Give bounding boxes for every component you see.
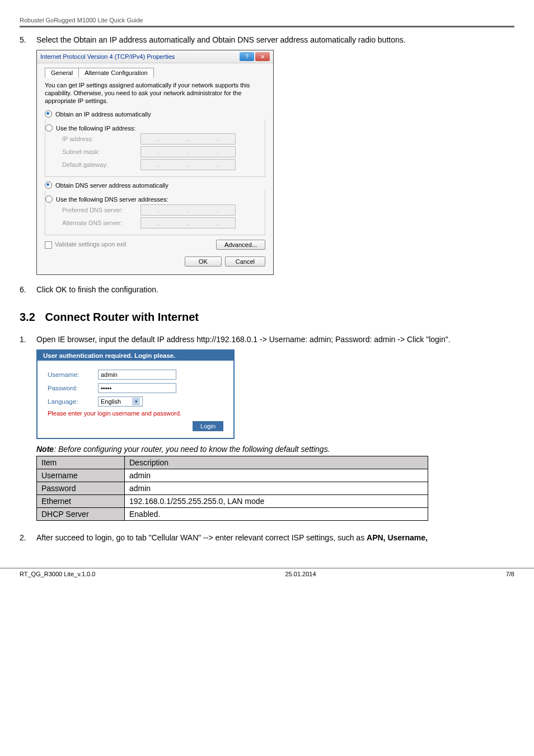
ipv4-properties-dialog: Internet Protocol Version 4 (TCP/IPv4) P…	[36, 50, 274, 275]
field-alternate-dns: Alternate DNS server: ...	[62, 217, 260, 228]
chevron-down-icon: ▾	[132, 398, 140, 405]
cell-key: DHCP Server	[37, 508, 125, 521]
language-value: English	[101, 398, 121, 405]
step-5: 5. Select the Obtain an IP address autom…	[20, 35, 514, 44]
radio-label: Use the following IP address:	[56, 125, 135, 132]
ip-address-input: ...	[140, 133, 236, 144]
radio-label: Obtain an IP address automatically	[55, 111, 151, 118]
validate-label: Validate settings upon exit	[55, 241, 127, 248]
table-row: Password admin	[37, 482, 428, 495]
field-default-gateway: Default gateway: ...	[62, 159, 260, 170]
language-label: Language:	[48, 398, 98, 405]
table-row: Ethernet 192.168.0.1/255.255.255.0, LAN …	[37, 495, 428, 508]
step-6-number: 6.	[20, 285, 27, 294]
preferred-dns-input: ...	[140, 204, 236, 216]
step-1-text: Open IE browser, input the default IP ad…	[36, 335, 451, 344]
preferred-dns-label: Preferred DNS server:	[62, 207, 140, 213]
section-title: Connect Router with Internet	[45, 311, 199, 323]
footer-mid: 25.01.2014	[285, 571, 316, 577]
radio-obtain-dns-auto[interactable]: Obtain DNS server address automatically	[45, 181, 265, 189]
radio-obtain-ip-auto[interactable]: Obtain an IP address automatically	[45, 110, 265, 118]
step-2: 2. After succeed to login, go to tab "Ce…	[20, 533, 514, 542]
help-icon[interactable]: ?	[240, 52, 254, 61]
step-2-number: 2.	[20, 533, 27, 542]
step-5-text: Select the Obtain an IP address automati…	[36, 35, 406, 44]
default-gateway-label: Default gateway:	[62, 161, 140, 168]
username-label: Username:	[48, 371, 98, 378]
section-3-2-heading: 3.2 Connect Router with Internet	[20, 311, 514, 324]
cell-key: Username	[37, 469, 125, 482]
password-label: Password:	[48, 385, 98, 391]
cell-value: admin	[125, 469, 428, 482]
footer-right: 7/8	[506, 571, 514, 577]
table-row: DHCP Server Enabled.	[37, 508, 428, 521]
login-button[interactable]: Login	[193, 421, 223, 431]
footer-left: RT_QG_R3000 Lite_v.1.0.0	[20, 571, 95, 577]
login-dialog: User authentication required. Login plea…	[36, 349, 235, 439]
radio-icon	[45, 181, 52, 189]
dialog-titlebar: Internet Protocol Version 4 (TCP/IPv4) P…	[37, 50, 273, 63]
login-title: User authentication required. Login plea…	[38, 351, 233, 361]
radio-label: Obtain DNS server address automatically	[55, 182, 168, 189]
field-ip-address: IP address: ...	[62, 133, 260, 144]
th-item: Item	[37, 456, 125, 469]
radio-use-following-dns[interactable]: Use the following DNS server addresses:	[45, 195, 260, 203]
validate-checkbox-row[interactable]: Validate settings upon exit	[45, 241, 127, 249]
checkbox-icon	[45, 241, 52, 249]
field-subnet-mask: Subnet mask: ...	[62, 146, 260, 157]
cell-value: admin	[125, 482, 428, 495]
cell-key: Ethernet	[37, 495, 125, 508]
username-input[interactable]: admin	[98, 370, 176, 380]
dialog-intro-text: You can get IP settings assigned automat…	[45, 82, 265, 105]
password-input[interactable]: •••••	[98, 383, 176, 393]
step-1: 1. Open IE browser, input the default IP…	[20, 335, 514, 344]
step-1-number: 1.	[20, 335, 27, 344]
table-row: Username admin	[37, 469, 428, 482]
radio-label: Use the following DNS server addresses:	[56, 196, 168, 203]
default-settings-table: Item Description Username admin Password…	[36, 456, 428, 521]
cancel-button[interactable]: Cancel	[225, 256, 265, 267]
tab-alternate-configuration[interactable]: Alternate Configuration	[78, 68, 154, 77]
language-select[interactable]: English ▾	[98, 396, 143, 407]
login-message: Please enter your login username and pas…	[48, 410, 223, 417]
section-number: 3.2	[20, 311, 42, 324]
th-description: Description	[125, 456, 428, 469]
cell-value: Enabled.	[125, 508, 428, 521]
radio-icon	[45, 195, 53, 203]
radio-icon	[45, 110, 52, 118]
cell-value: 192.168.0.1/255.255.255.0, LAN mode	[125, 495, 428, 508]
advanced-button[interactable]: Advanced...	[216, 240, 265, 250]
step-2-text: After succeed to login, go to tab "Cellu…	[36, 533, 428, 542]
alternate-dns-label: Alternate DNS server:	[62, 220, 140, 226]
ok-button[interactable]: OK	[185, 256, 222, 267]
page-footer: RT_QG_R3000 Lite_v.1.0.0 25.01.2014 7/8	[0, 568, 534, 584]
field-preferred-dns: Preferred DNS server: ...	[62, 204, 260, 216]
subnet-mask-input: ...	[140, 146, 236, 157]
tab-general[interactable]: General	[45, 68, 79, 77]
step-6: 6. Click OK to finish the configuration.	[20, 285, 514, 294]
default-gateway-input: ...	[140, 159, 236, 170]
ip-address-label: IP address:	[62, 136, 140, 142]
tabs: General Alternate Configuration	[45, 68, 265, 77]
subnet-mask-label: Subnet mask:	[62, 148, 140, 155]
alternate-dns-input: ...	[140, 217, 236, 228]
step-6-text: Click OK to finish the configuration.	[36, 285, 158, 294]
close-icon[interactable]: ✕	[255, 52, 270, 61]
step-5-number: 5.	[20, 35, 27, 44]
note-line: Note: Before configuring your router, yo…	[36, 445, 514, 454]
radio-use-following-ip[interactable]: Use the following IP address:	[45, 124, 260, 132]
cell-key: Password	[37, 482, 125, 495]
dialog-title: Internet Protocol Version 4 (TCP/IPv4) P…	[40, 53, 175, 60]
document-header: Robustel GoRugged M1000 Lite Quick Guide	[20, 17, 514, 27]
radio-icon	[45, 124, 53, 132]
